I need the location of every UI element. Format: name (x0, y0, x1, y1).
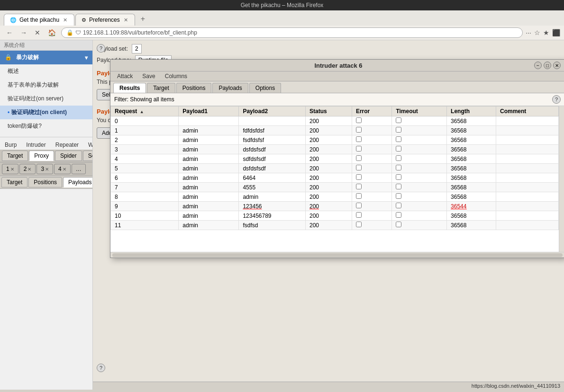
cell-error[interactable] (352, 116, 392, 126)
position-tab-more[interactable]: … (72, 164, 86, 174)
minimize-button[interactable]: − (534, 62, 542, 69)
table-row[interactable]: 4adminsdfdsfsdf20036568 (111, 154, 559, 164)
burp-menu-window[interactable]: Window (83, 140, 93, 150)
close-tab-1-icon[interactable]: ✕ (10, 167, 14, 172)
col-length[interactable]: Length (447, 107, 496, 116)
col-payload1[interactable]: Payload1 (179, 107, 239, 116)
stop-button[interactable]: ✕ (32, 28, 43, 37)
position-tab-1[interactable]: 1 ✕ (2, 164, 18, 174)
intruder-tab-results[interactable]: Results (113, 83, 146, 93)
close-tab-4-icon[interactable]: ✕ (63, 167, 66, 172)
address-bar[interactable]: 🔒 🛡 192.168.1.109:88/vul/burteforce/bf_c… (61, 27, 523, 38)
burp-tab-spider[interactable]: Spider (55, 151, 82, 161)
help-button-2[interactable]: ? (97, 364, 105, 372)
cell-error[interactable] (352, 126, 392, 135)
col-status[interactable]: Status (305, 107, 352, 116)
cell-timeout[interactable] (392, 126, 447, 135)
cell-error[interactable] (352, 221, 392, 230)
intruder-help-button[interactable]: ? (552, 95, 561, 104)
tab-close-1[interactable]: ✕ (62, 17, 68, 23)
position-tab-2[interactable]: 2 ✕ (19, 164, 36, 174)
table-row[interactable]: 10admin12345678920036568 (111, 211, 559, 221)
new-tab-button[interactable]: + (136, 12, 150, 26)
forward-button[interactable]: → (18, 28, 29, 37)
intruder-menu-save[interactable]: Save (137, 72, 160, 80)
intruder-tab-positions[interactable]: Positions (176, 83, 212, 93)
cell-error[interactable] (352, 192, 392, 202)
table-row[interactable]: 8adminadmin20036568 (111, 192, 559, 202)
tab-close-2[interactable]: ✕ (123, 17, 129, 23)
table-row[interactable]: 2adminfsdfdsfsf20036568 (111, 135, 559, 145)
burp-menu-intruder[interactable]: Intruder (21, 140, 50, 150)
star-button[interactable]: ★ (543, 29, 549, 36)
cell-timeout[interactable] (392, 154, 447, 164)
burp-tab-target[interactable]: Target (2, 151, 28, 161)
col-timeout[interactable]: Timeout (392, 107, 447, 116)
help-button-1[interactable]: ? (97, 44, 105, 53)
browser-tab-1[interactable]: 🌐 Get the pikachu ✕ (4, 14, 74, 26)
cell-error[interactable] (352, 135, 392, 145)
payload-set-input[interactable]: 2 (132, 44, 142, 53)
burp-menu-burp[interactable]: Burp (0, 140, 21, 150)
col-error[interactable]: Error (352, 107, 392, 116)
intruder-tab-options[interactable]: Options (249, 83, 281, 93)
cell-error[interactable] (352, 154, 392, 164)
cell-timeout[interactable] (392, 183, 447, 192)
col-comment[interactable]: Comment (496, 107, 559, 116)
table-row[interactable]: 1adminfdfdsfdsf20036568 (111, 126, 559, 135)
table-row[interactable]: 11adminfsdfsd20036568 (111, 221, 559, 230)
close-tab-2-icon[interactable]: ✕ (27, 167, 31, 172)
cell-timeout[interactable] (392, 202, 447, 211)
cell-error[interactable] (352, 145, 392, 154)
sidebar-item-form-brute[interactable]: 基于表单的暴力破解 (0, 78, 92, 92)
table-row[interactable]: 020036568 (111, 116, 559, 126)
cell-timeout[interactable] (392, 116, 447, 126)
maximize-button[interactable]: □ (544, 62, 551, 69)
table-row[interactable]: 5admindsfdsfsdf20036568 (111, 164, 559, 173)
cell-error[interactable] (352, 211, 392, 221)
more-button[interactable]: ··· (526, 29, 531, 36)
back-button[interactable]: ← (4, 28, 15, 37)
cell-error[interactable] (352, 173, 392, 183)
cell-error[interactable] (352, 164, 392, 173)
close-button[interactable]: ✕ (553, 62, 561, 69)
vertical-scrollbar[interactable] (559, 106, 564, 252)
cell-timeout[interactable] (392, 145, 447, 154)
cell-timeout[interactable] (392, 221, 447, 230)
home-button[interactable]: 🏠 (45, 28, 58, 37)
cell-error[interactable] (352, 202, 392, 211)
sidebar-item-overview[interactable]: 概述 (0, 64, 92, 78)
cell-error[interactable] (352, 183, 392, 192)
cell-timeout[interactable] (392, 211, 447, 221)
sidebar-item-captcha-server[interactable]: 验证码绕过(on server) (0, 92, 92, 106)
extensions-icon[interactable]: ⬛ (552, 29, 560, 36)
table-row[interactable]: 6admin646420036568 (111, 173, 559, 183)
table-row[interactable]: 3admindsfdsfsdf20036568 (111, 145, 559, 154)
cell-timeout[interactable] (392, 164, 447, 173)
position-tab-4[interactable]: 4 ✕ (54, 164, 71, 174)
intruder-tab-payloads[interactable]: Payloads (212, 83, 248, 93)
cell-timeout[interactable] (392, 192, 447, 202)
intruder-tab-target[interactable]: Target (147, 83, 175, 93)
cell-timeout[interactable] (392, 135, 447, 145)
sub-tab-target[interactable]: Target (1, 177, 27, 187)
cell-timeout[interactable] (392, 173, 447, 183)
sidebar-item-token[interactable]: token防爆破? (0, 119, 92, 133)
position-tab-3[interactable]: 3 ✕ (36, 164, 53, 174)
burp-menu-repeater[interactable]: Repeater (51, 140, 83, 150)
table-row[interactable]: 7admin455520036568 (111, 183, 559, 192)
results-table-wrap[interactable]: Request ▲ Payload1 Payload2 Status Error… (110, 106, 559, 252)
col-payload2[interactable]: Payload2 (239, 107, 306, 116)
intruder-menu-attack[interactable]: Attack (112, 72, 137, 80)
col-request[interactable]: Request ▲ (111, 107, 179, 116)
horizontal-scroll-track[interactable] (112, 253, 563, 257)
horizontal-scrollbar[interactable] (110, 252, 564, 258)
bookmark-button[interactable]: ☆ (534, 29, 540, 36)
sub-tab-payloads[interactable]: Payloads (63, 177, 93, 187)
burp-tab-scanner[interactable]: Scanner (83, 151, 93, 161)
sidebar-section-header[interactable]: 🔒 暴力破解 ▾ (0, 51, 92, 64)
close-tab-3-icon[interactable]: ✕ (45, 167, 49, 172)
burp-tab-proxy[interactable]: Proxy (29, 151, 54, 161)
sidebar-item-captcha-client[interactable]: 验证码绕过(on client) (0, 106, 92, 119)
browser-tab-2[interactable]: ⚙ Preferences ✕ (75, 14, 135, 26)
